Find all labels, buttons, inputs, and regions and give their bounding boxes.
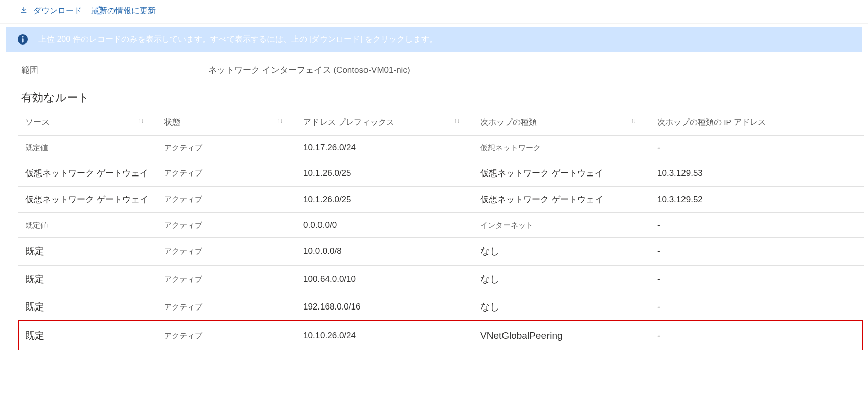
cell-nexthop-type: 仮想ネットワーク bbox=[473, 136, 650, 160]
cell-state: アクティブ bbox=[157, 160, 296, 187]
cell-nexthop-ip: - bbox=[650, 136, 864, 160]
cell-source: 既定値 bbox=[18, 136, 157, 160]
cell-nexthop-type: インターネット bbox=[473, 213, 650, 238]
svg-rect-3 bbox=[22, 38, 23, 42]
cell-prefix: 100.64.0.0/10 bbox=[296, 266, 473, 293]
cell-prefix: 10.1.26.0/25 bbox=[296, 160, 473, 187]
cell-nexthop-ip: 10.3.129.53 bbox=[650, 160, 864, 187]
cell-nexthop-ip: - bbox=[650, 238, 864, 266]
table-row: 既定アクティブ100.64.0.0/10なし- bbox=[18, 266, 864, 293]
cell-source: 既定 bbox=[18, 266, 157, 293]
info-icon bbox=[17, 34, 28, 45]
cell-prefix: 10.17.26.0/24 bbox=[296, 136, 473, 160]
info-banner-text: 上位 200 件のレコードのみを表示しています。すべて表示するには、上の [ダウ… bbox=[38, 34, 437, 45]
cell-prefix: 0.0.0.0/0 bbox=[296, 213, 473, 238]
loading-spinner-icon bbox=[94, 6, 104, 16]
sort-icon: ↑↓ bbox=[631, 117, 636, 124]
cell-state: アクティブ bbox=[157, 293, 296, 321]
cell-prefix: 10.1.26.0/25 bbox=[296, 187, 473, 213]
table-row: 既定値アクティブ0.0.0.0/0インターネット- bbox=[18, 213, 864, 238]
col-header-source[interactable]: ソース ↑↓ bbox=[18, 113, 157, 136]
info-banner: 上位 200 件のレコードのみを表示しています。すべて表示するには、上の [ダウ… bbox=[6, 27, 862, 52]
table-row: 既定アクティブ10.0.0.0/8なし- bbox=[18, 238, 864, 266]
svg-point-2 bbox=[22, 36, 23, 37]
cell-source: 既定 bbox=[18, 238, 157, 266]
table-row: 既定値アクティブ10.17.26.0/24仮想ネットワーク- bbox=[18, 136, 864, 160]
cell-state: アクティブ bbox=[157, 266, 296, 293]
sort-icon: ↑↓ bbox=[138, 117, 143, 124]
col-header-prefix[interactable]: アドレス プレフィックス ↑↓ bbox=[296, 113, 473, 136]
sort-icon: ↑↓ bbox=[277, 117, 282, 124]
cell-state: アクティブ bbox=[157, 238, 296, 266]
table-row: 仮想ネットワーク ゲートウェイアクティブ10.1.26.0/25仮想ネットワーク… bbox=[18, 187, 864, 213]
cell-source: 既定値 bbox=[18, 213, 157, 238]
cell-prefix: 10.0.0.0/8 bbox=[296, 238, 473, 266]
cell-nexthop-ip: 10.3.129.52 bbox=[650, 187, 864, 213]
col-header-nexthop-ip[interactable]: 次ホップの種類の IP アドレス bbox=[650, 113, 864, 136]
col-header-state[interactable]: 状態 ↑↓ bbox=[157, 113, 296, 136]
cell-nexthop-ip: - bbox=[650, 293, 864, 321]
cell-nexthop-type: 仮想ネットワーク ゲートウェイ bbox=[473, 160, 650, 187]
cell-nexthop-ip: - bbox=[650, 213, 864, 238]
sort-icon: ↑↓ bbox=[454, 117, 459, 124]
section-title: 有効なルート bbox=[0, 76, 868, 108]
download-icon bbox=[19, 5, 28, 16]
download-label: ダウンロード bbox=[33, 6, 82, 16]
cell-nexthop-ip: - bbox=[650, 266, 864, 293]
scope-label: 範囲 bbox=[21, 64, 208, 76]
routes-table: ソース ↑↓ 状態 ↑↓ アドレス プレフィックス ↑↓ 次ホップの種類 ↑↓ … bbox=[18, 113, 864, 350]
scope-row: 範囲 ネットワーク インターフェイス (Contoso-VM01-nic) bbox=[0, 52, 868, 76]
toolbar: ダウンロード 最新の情報に更新 bbox=[0, 0, 868, 24]
download-button[interactable]: ダウンロード bbox=[19, 5, 82, 16]
cell-nexthop-type: 仮想ネットワーク ゲートウェイ bbox=[473, 187, 650, 213]
cell-nexthop-type: なし bbox=[473, 238, 650, 266]
table-header-row: ソース ↑↓ 状態 ↑↓ アドレス プレフィックス ↑↓ 次ホップの種類 ↑↓ … bbox=[18, 113, 864, 136]
cell-state: アクティブ bbox=[157, 136, 296, 160]
cell-state: アクティブ bbox=[157, 187, 296, 213]
highlight-frame bbox=[18, 320, 863, 351]
scope-value: ネットワーク インターフェイス (Contoso-VM01-nic) bbox=[208, 64, 410, 76]
cell-source: 仮想ネットワーク ゲートウェイ bbox=[18, 187, 157, 213]
table-row: 仮想ネットワーク ゲートウェイアクティブ10.1.26.0/25仮想ネットワーク… bbox=[18, 160, 864, 187]
cell-source: 既定 bbox=[18, 293, 157, 321]
cell-prefix: 192.168.0.0/16 bbox=[296, 293, 473, 321]
cell-nexthop-type: なし bbox=[473, 266, 650, 293]
cell-state: アクティブ bbox=[157, 213, 296, 238]
cell-nexthop-type: なし bbox=[473, 293, 650, 321]
cell-source: 仮想ネットワーク ゲートウェイ bbox=[18, 160, 157, 187]
col-header-nexthop-type[interactable]: 次ホップの種類 ↑↓ bbox=[473, 113, 650, 136]
table-row: 既定アクティブ192.168.0.0/16なし- bbox=[18, 293, 864, 321]
refresh-button[interactable]: 最新の情報に更新 bbox=[91, 6, 156, 16]
